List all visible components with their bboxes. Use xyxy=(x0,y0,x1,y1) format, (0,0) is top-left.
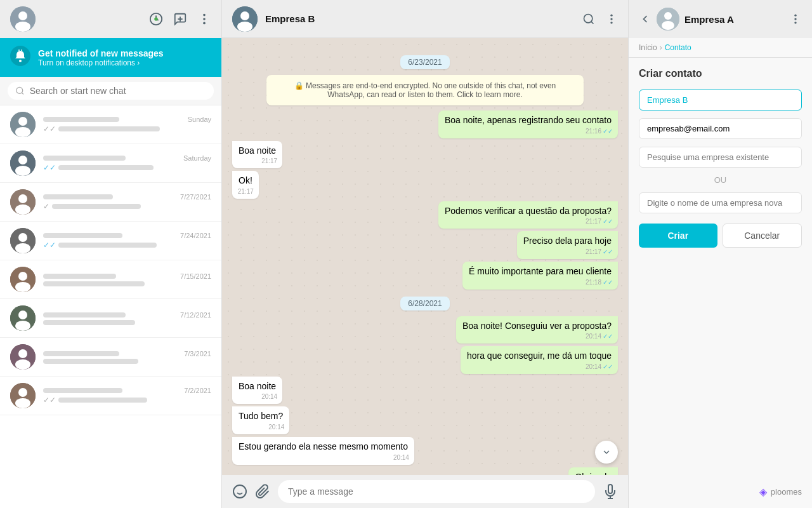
message-row: Ok! 21:17 xyxy=(232,171,618,199)
chat-info: Sunday ✓✓ xyxy=(43,116,211,133)
message-time: 21:17 xyxy=(261,157,277,166)
message-row: Boa noite! Conseguiu ver a proposta? 20:… xyxy=(232,316,618,344)
contact-avatar xyxy=(232,6,258,32)
chat-item[interactable]: 7/3/2021 xyxy=(0,338,221,377)
date-divider-1: 6/23/2021 xyxy=(232,56,618,67)
chat-item[interactable]: 7/2/2021 ✓✓ xyxy=(0,377,221,415)
chat-menu-btn[interactable] xyxy=(605,13,618,25)
avatar xyxy=(10,344,36,370)
svg-point-35 xyxy=(15,359,30,370)
svg-point-11 xyxy=(19,60,22,62)
notification-banner[interactable]: Get notified of new messages Turn on des… xyxy=(0,38,221,77)
chat-list: Sunday ✓✓ Saturday ✓✓ xyxy=(0,105,221,508)
message-bubble: Boa noite 20:14 xyxy=(232,377,282,404)
svg-point-14 xyxy=(16,87,23,93)
new-chat-btn[interactable] xyxy=(173,12,187,26)
chat-menu-icon xyxy=(605,13,618,25)
attach-btn[interactable] xyxy=(255,484,270,499)
message-row: Preciso dela para hoje 21:17 ✓✓ xyxy=(232,231,618,259)
company-search-input[interactable] xyxy=(639,147,802,168)
chat-info: 7/24/2021 ✓✓ xyxy=(43,232,211,250)
chat-info: 7/3/2021 xyxy=(43,350,211,364)
user-avatar[interactable] xyxy=(10,6,36,32)
ploomes-text: ploomes xyxy=(771,487,802,497)
emoji-btn[interactable] xyxy=(232,484,247,499)
message-row: Boa noite 20:14 xyxy=(232,377,618,404)
message-row: Boa noite, apenas registrando seu contat… xyxy=(232,110,618,138)
message-time: 20:14 xyxy=(393,453,409,462)
encryption-notice[interactable]: 🔒 Messages are end-to-end encrypted. No … xyxy=(266,75,584,105)
svg-point-2 xyxy=(15,22,30,32)
search-chat-btn[interactable] xyxy=(582,13,595,25)
chat-info: 7/2/2021 ✓✓ xyxy=(43,387,211,404)
cancelar-button[interactable]: Cancelar xyxy=(723,224,802,248)
svg-point-42 xyxy=(584,14,593,22)
svg-point-28 xyxy=(18,272,27,281)
breadcrumb-inicio[interactable]: Início xyxy=(639,43,657,52)
chat-item[interactable]: 7/15/2021 xyxy=(0,260,221,299)
message-time: 20:14 ✓✓ xyxy=(586,363,613,371)
attach-icon xyxy=(255,484,270,499)
check-icon: ✓✓ xyxy=(603,127,613,136)
criar-button[interactable]: Criar xyxy=(639,224,717,248)
avatar xyxy=(10,267,36,292)
message-time: 21:16 ✓✓ xyxy=(586,127,613,136)
chat-info: Saturday ✓✓ xyxy=(43,154,211,172)
message-bubble: Ok! 21:17 xyxy=(232,171,259,199)
contact-email-input[interactable] xyxy=(639,118,802,139)
check-icon: ✓✓ xyxy=(603,332,613,341)
message-input[interactable] xyxy=(278,480,595,503)
message-bubble: hora que conseguir, me dá um toque 20:14… xyxy=(461,346,618,374)
scroll-down-btn[interactable] xyxy=(595,441,618,464)
breadcrumb-contato[interactable]: Contato xyxy=(665,43,691,52)
right-contact-name: Empresa A xyxy=(684,14,784,25)
chat-header-info: Empresa B xyxy=(265,13,575,24)
svg-point-43 xyxy=(610,14,612,16)
message-bubble: Tudo bem? 20:14 xyxy=(232,406,289,434)
svg-point-19 xyxy=(18,156,27,164)
date-divider-2: 6/28/2021 xyxy=(232,297,618,309)
mic-btn[interactable] xyxy=(603,484,618,499)
message-time: 20:14 ✓✓ xyxy=(586,332,613,341)
message-time: 20:14 xyxy=(268,423,284,432)
new-company-input[interactable] xyxy=(639,192,802,213)
message-bubble: Boa noite 21:17 xyxy=(232,141,282,169)
menu-btn[interactable] xyxy=(197,12,211,26)
message-bubble: É muito importante para meu cliente 21:1… xyxy=(462,262,618,290)
search-input[interactable] xyxy=(30,86,206,96)
back-btn[interactable] xyxy=(639,13,652,25)
chat-item[interactable]: Saturday ✓✓ xyxy=(0,144,221,183)
message-row: Tudo bem? 20:14 xyxy=(232,406,618,434)
chat-info: 7/12/2021 xyxy=(43,311,211,325)
messages-area: 6/23/2021 🔒 Messages are end-to-end encr… xyxy=(222,38,628,475)
or-divider: OU xyxy=(639,175,802,185)
svg-point-29 xyxy=(15,282,30,292)
chat-item[interactable]: Sunday ✓✓ xyxy=(0,105,221,144)
svg-point-52 xyxy=(664,12,672,20)
chat-name xyxy=(43,117,119,122)
chat-item[interactable]: 7/24/2021 ✓✓ xyxy=(0,222,221,260)
message-bubble: Obrigado 20:14 ✓✓ xyxy=(568,467,618,475)
search-input-wrap xyxy=(8,82,214,100)
status-icon xyxy=(149,12,163,26)
svg-point-45 xyxy=(610,22,612,23)
breadcrumb: Início › Contato xyxy=(629,38,812,58)
ploomes-logo: ◈ ploomes xyxy=(629,476,812,508)
form-title: Criar contato xyxy=(639,68,802,79)
mic-icon xyxy=(603,484,618,499)
chat-item[interactable]: 7/27/2021 ✓ xyxy=(0,183,221,222)
avatar xyxy=(10,150,36,176)
svg-point-34 xyxy=(18,349,27,358)
right-menu-btn[interactable] xyxy=(789,13,802,25)
right-panel: Empresa A Início › Contato Criar contato… xyxy=(628,0,812,508)
svg-point-26 xyxy=(15,243,30,253)
avatar xyxy=(10,305,36,331)
chat-name xyxy=(43,274,116,279)
status-icon-btn[interactable] xyxy=(149,12,163,26)
chat-item[interactable]: 7/12/2021 xyxy=(0,299,221,338)
chat-name xyxy=(43,233,122,238)
contact-name-input[interactable] xyxy=(639,90,802,110)
notification-text: Get notified of new messages Turn on des… xyxy=(38,48,164,67)
message-bubble: Preciso dela para hoje 21:17 ✓✓ xyxy=(517,231,618,259)
svg-point-9 xyxy=(203,22,206,25)
